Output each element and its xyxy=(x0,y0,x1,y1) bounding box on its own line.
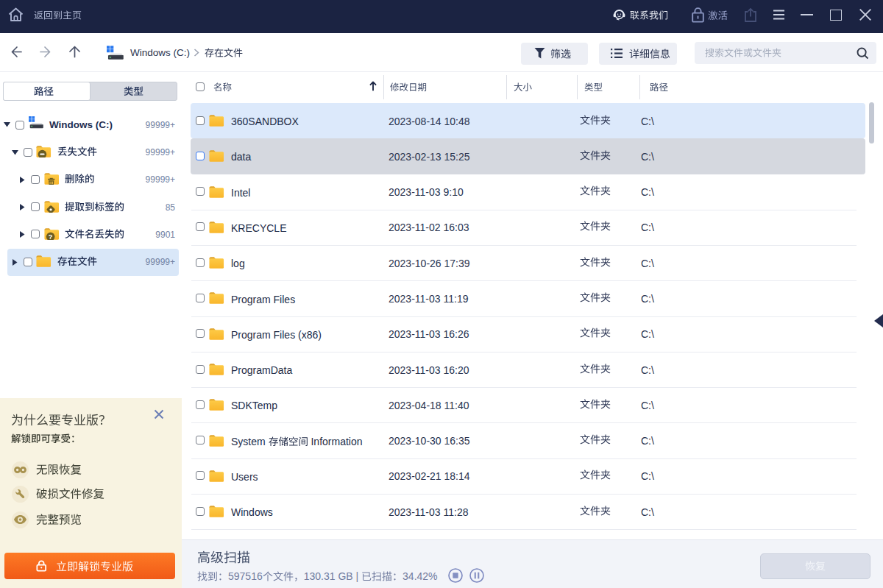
svg-text:?: ? xyxy=(49,233,53,239)
